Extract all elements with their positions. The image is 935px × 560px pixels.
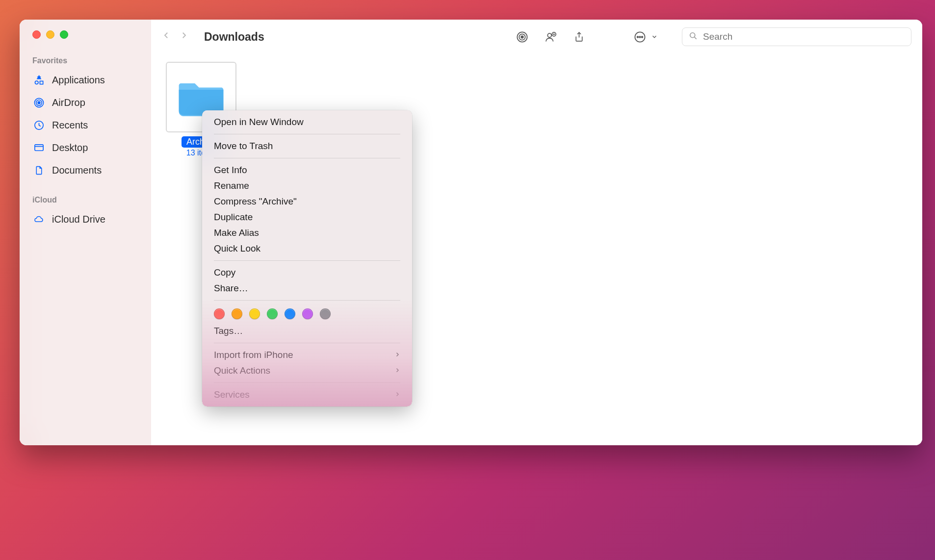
sidebar-item-airdrop[interactable]: AirDrop — [26, 92, 145, 113]
svg-point-16 — [690, 32, 695, 37]
sidebar-item-documents[interactable]: Documents — [26, 159, 145, 181]
zoom-button[interactable] — [60, 30, 68, 39]
sidebar-section-icloud-label: iCloud — [26, 193, 145, 207]
menu-compress[interactable]: Compress "Archive" — [202, 194, 412, 209]
tag-gray[interactable] — [320, 308, 331, 319]
sidebar-item-label: AirDrop — [52, 97, 85, 108]
menu-rename[interactable]: Rename — [202, 178, 412, 194]
sidebar-item-label: Recents — [52, 120, 88, 131]
search-icon — [688, 31, 698, 43]
context-menu: Open in New Window Move to Trash Get Inf… — [202, 110, 412, 407]
tag-colors-row — [202, 305, 412, 323]
tag-orange[interactable] — [232, 308, 242, 319]
menu-quick-look[interactable]: Quick Look — [202, 241, 412, 256]
menu-services[interactable]: Services — [202, 387, 412, 403]
add-person-icon[interactable] — [543, 29, 558, 45]
applications-icon — [32, 74, 45, 86]
sidebar-item-applications[interactable]: Applications — [26, 69, 145, 91]
airdrop-toolbar-icon[interactable] — [514, 29, 530, 45]
menu-duplicate[interactable]: Duplicate — [202, 209, 412, 225]
chevron-right-icon — [394, 366, 400, 375]
tag-red[interactable] — [214, 308, 225, 319]
toolbar: Downloads — [151, 20, 922, 53]
svg-point-0 — [35, 81, 38, 84]
traffic-lights — [26, 30, 145, 39]
menu-open-new-window[interactable]: Open in New Window — [202, 114, 412, 130]
svg-rect-6 — [34, 144, 43, 150]
svg-point-14 — [639, 36, 641, 38]
chevron-right-icon — [394, 351, 400, 359]
documents-icon — [32, 164, 45, 177]
sidebar-item-label: Documents — [52, 165, 102, 176]
svg-rect-1 — [40, 81, 43, 84]
menu-import-iphone[interactable]: Import from iPhone — [202, 347, 412, 363]
icloud-icon — [32, 213, 45, 226]
desktop-icon — [32, 141, 45, 154]
menu-get-info[interactable]: Get Info — [202, 162, 412, 178]
chevron-down-icon[interactable] — [650, 29, 658, 45]
tag-yellow[interactable] — [249, 308, 260, 319]
sidebar-item-recents[interactable]: Recents — [26, 114, 145, 136]
sidebar-item-icloud-drive[interactable]: iCloud Drive — [26, 208, 145, 230]
nav-arrows — [162, 29, 188, 45]
menu-quick-actions[interactable]: Quick Actions — [202, 363, 412, 379]
tag-blue[interactable] — [285, 308, 295, 319]
page-title: Downloads — [204, 30, 264, 44]
sidebar: Favorites Applications AirDrop Recents D… — [20, 20, 151, 445]
svg-point-2 — [38, 102, 40, 104]
sidebar-item-label: iCloud Drive — [52, 214, 105, 225]
sidebar-item-label: Desktop — [52, 142, 88, 153]
forward-button[interactable] — [180, 29, 188, 45]
sidebar-section-favorites-label: Favorites — [26, 53, 145, 68]
menu-tags[interactable]: Tags… — [202, 323, 412, 339]
svg-point-15 — [641, 36, 643, 38]
menu-make-alias[interactable]: Make Alias — [202, 225, 412, 241]
svg-point-7 — [521, 36, 523, 38]
menu-move-to-trash[interactable]: Move to Trash — [202, 138, 412, 154]
recents-icon — [32, 119, 45, 131]
minimize-button[interactable] — [46, 30, 54, 39]
menu-copy[interactable]: Copy — [202, 265, 412, 280]
close-button[interactable] — [32, 30, 41, 39]
back-button[interactable] — [162, 29, 171, 45]
tag-purple[interactable] — [302, 308, 313, 319]
sidebar-item-desktop[interactable]: Desktop — [26, 137, 145, 158]
chevron-right-icon — [394, 390, 400, 399]
svg-point-13 — [637, 36, 638, 38]
airdrop-icon — [32, 96, 45, 109]
more-options-icon[interactable] — [632, 29, 648, 45]
menu-share[interactable]: Share… — [202, 280, 412, 296]
tag-green[interactable] — [267, 308, 278, 319]
finder-window: Favorites Applications AirDrop Recents D… — [20, 20, 922, 445]
share-icon[interactable] — [571, 29, 587, 45]
search-field[interactable] — [682, 27, 911, 46]
sidebar-item-label: Applications — [52, 75, 105, 86]
search-input[interactable] — [703, 31, 905, 42]
svg-point-10 — [547, 33, 551, 37]
